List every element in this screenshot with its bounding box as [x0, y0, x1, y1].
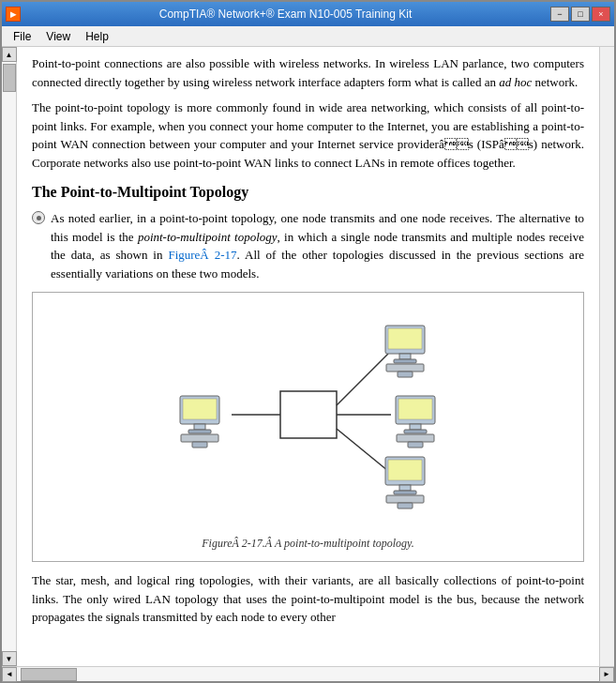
scroll-up-button[interactable]: ▲	[2, 47, 17, 62]
window-title: CompTIA® Network+® Exam N10-005 Training…	[21, 8, 550, 21]
svg-rect-12	[398, 399, 432, 419]
computer-top-right	[385, 326, 425, 377]
vertical-scrollbar[interactable]: ▲ ▼	[2, 47, 17, 666]
svg-rect-10	[398, 372, 413, 377]
horizontal-scroll-thumb[interactable]	[21, 668, 77, 681]
computer-left	[180, 396, 219, 448]
right-scrollbar-placeholder	[599, 47, 614, 666]
paragraph-intro: Point-to-point connections are also poss…	[32, 54, 584, 91]
scroll-thumb[interactable]	[3, 64, 16, 92]
app-icon: ▶	[6, 7, 21, 22]
bullet-text: As noted earlier, in a point-to-point to…	[51, 209, 584, 282]
svg-rect-26	[188, 430, 211, 433]
paragraph-wan: The point-to-point topology is more comm…	[32, 99, 584, 172]
computer-right	[396, 396, 435, 448]
svg-rect-14	[404, 430, 427, 433]
main-content: Point-to-point connections are also poss…	[17, 47, 599, 666]
content-area: ▲ ▼ Point-to-point connections are also …	[2, 47, 614, 666]
svg-line-3	[337, 429, 388, 471]
svg-rect-22	[398, 503, 413, 508]
scroll-down-button[interactable]: ▼	[2, 651, 17, 666]
horizontal-scroll-track[interactable]	[17, 667, 599, 681]
menu-bar: File View Help	[2, 26, 614, 47]
svg-rect-19	[399, 485, 411, 491]
figure-caption: FigureÂ 2-17.Â A point-to-multipoint top…	[42, 535, 574, 552]
horizontal-scrollbar[interactable]: ◄ ►	[2, 666, 614, 681]
minimize-button[interactable]: −	[550, 7, 569, 22]
figure-box: FigureÂ 2-17.Â A point-to-multipoint top…	[32, 292, 584, 562]
computer-bottom-right	[385, 457, 425, 508]
svg-rect-28	[192, 442, 207, 448]
svg-rect-13	[410, 424, 421, 430]
svg-rect-20	[394, 491, 416, 494]
topology-svg	[158, 302, 458, 527]
svg-rect-15	[397, 434, 434, 442]
window-controls: − □ ×	[550, 7, 610, 22]
paragraph-star-mesh: The star, mesh, and logical ring topolog…	[32, 571, 584, 627]
section-heading-multipoint: The Point-to-Multipoint Topology	[32, 181, 584, 204]
bullet-point-1: As noted earlier, in a point-to-point to…	[32, 209, 584, 282]
svg-rect-18	[388, 460, 422, 480]
bullet-topology-term: point-to-multipoint topology	[138, 230, 278, 244]
title-bar: ▶ CompTIA® Network+® Exam N10-005 Traini…	[2, 2, 614, 26]
maximize-button[interactable]: □	[571, 7, 590, 22]
svg-rect-25	[194, 424, 205, 430]
scroll-track[interactable]	[2, 62, 16, 651]
svg-rect-6	[388, 328, 422, 349]
scroll-left-button[interactable]: ◄	[2, 667, 17, 682]
svg-rect-0	[280, 391, 337, 438]
svg-rect-16	[408, 442, 423, 448]
text-p1-end: network.	[532, 75, 578, 89]
svg-rect-8	[394, 359, 416, 363]
svg-rect-27	[181, 434, 218, 442]
scroll-right-button[interactable]: ►	[599, 667, 614, 682]
bullet-icon	[32, 211, 45, 224]
svg-rect-9	[386, 364, 424, 372]
svg-line-1	[337, 354, 388, 405]
menu-help[interactable]: Help	[78, 28, 116, 45]
svg-rect-7	[399, 354, 411, 359]
svg-rect-24	[183, 399, 217, 419]
menu-file[interactable]: File	[6, 28, 38, 45]
main-window: ▶ CompTIA® Network+® Exam N10-005 Traini…	[0, 0, 616, 683]
network-diagram	[42, 302, 574, 527]
menu-view[interactable]: View	[38, 28, 78, 45]
figure-link[interactable]: FigureÂ 2-17	[168, 248, 236, 262]
text-adhoc: ad hoc	[499, 75, 532, 89]
svg-rect-21	[386, 495, 424, 503]
close-button[interactable]: ×	[592, 7, 610, 22]
